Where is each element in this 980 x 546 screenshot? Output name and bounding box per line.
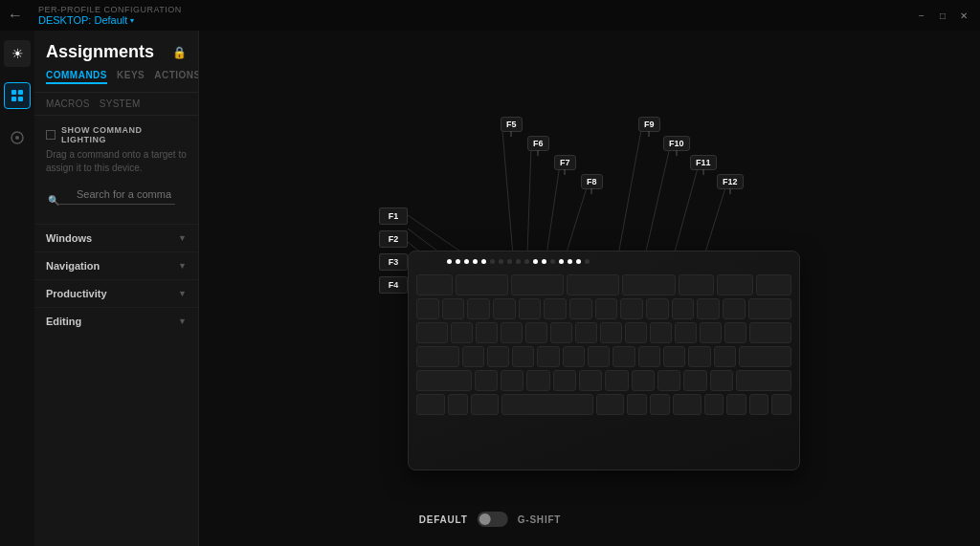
key-win	[448, 394, 468, 415]
actions-rail-icon[interactable]	[4, 124, 31, 151]
title-bar-info: PER-PROFILE CONFIGURATION DESKTOP: Defau…	[38, 5, 182, 26]
toggle-switch[interactable]	[478, 512, 508, 527]
svg-rect-1	[18, 90, 23, 95]
led-17	[585, 259, 590, 264]
led-1	[447, 259, 452, 264]
fn-label-f6: F6	[527, 136, 549, 151]
led-6	[490, 259, 495, 264]
tab-keys[interactable]: KEYS	[117, 70, 145, 84]
desktop-selector[interactable]: DESKTOP: Default ▾	[38, 14, 182, 26]
fn-box-f2[interactable]: F2	[379, 230, 408, 248]
key-alt-r	[596, 394, 625, 415]
key-arrow-d	[749, 394, 769, 415]
key-v	[553, 370, 576, 391]
key-s	[487, 346, 509, 367]
category-windows[interactable]: Windows ▼	[34, 224, 198, 251]
key-r	[525, 322, 547, 343]
brightness-rail-icon[interactable]: ☀	[4, 40, 31, 67]
fn-label-f9: F9	[638, 117, 660, 132]
fn-boxes-left: F1 F2 F3 F4	[379, 207, 408, 294]
bottom-toggle: DEFAULT G-SHIFT	[419, 512, 562, 527]
key-b	[579, 370, 602, 391]
key-z	[475, 370, 498, 391]
sidebar-header: Assignments 🔒	[34, 31, 198, 70]
key-q	[451, 322, 473, 343]
per-profile-label: PER-PROFILE CONFIGURATION	[38, 5, 182, 14]
key-n	[605, 370, 628, 391]
key-3	[493, 298, 516, 319]
key-space	[501, 394, 592, 415]
fn-label-f7: F7	[554, 155, 576, 170]
category-navigation[interactable]: Navigation ▼	[34, 251, 198, 279]
led-11	[533, 259, 538, 264]
fn-label-f8: F8	[581, 174, 603, 189]
key-9	[646, 298, 669, 319]
key-ctrl-l	[416, 394, 445, 415]
key-enter	[739, 346, 791, 367]
svg-line-11	[527, 147, 531, 255]
key-bracket-l	[700, 322, 722, 343]
key-i	[625, 322, 647, 343]
minimize-button[interactable]: −	[913, 7, 930, 24]
led-5	[481, 259, 486, 264]
key-row-5	[416, 370, 791, 391]
svg-rect-3	[18, 97, 23, 101]
key-e	[501, 322, 523, 343]
key-w	[476, 322, 498, 343]
sidebar-sub-tabs: MACROS SYSTEM	[34, 93, 198, 116]
svg-line-17	[704, 182, 727, 255]
category-windows-chevron: ▼	[178, 233, 187, 243]
svg-line-12	[546, 164, 560, 255]
key-tab	[416, 322, 448, 343]
fn-label-f12: F12	[717, 174, 744, 189]
key-a	[462, 346, 484, 367]
key-shift-l	[416, 370, 472, 391]
category-productivity[interactable]: Productivity ▼	[34, 279, 198, 307]
key-d	[512, 346, 534, 367]
key-semicolon	[688, 346, 710, 367]
key-0	[672, 298, 695, 319]
svg-line-10	[502, 130, 513, 255]
led-2	[456, 259, 460, 264]
tab-commands[interactable]: COMMANDS	[46, 70, 107, 84]
key-arrow-r	[771, 394, 791, 415]
desktop-label: DESKTOP: Default	[38, 14, 127, 26]
key-4	[519, 298, 542, 319]
fn-box-f4[interactable]: F4	[379, 276, 408, 294]
sidebar: Assignments 🔒 COMMANDS KEYS ACTIONS MACR…	[34, 31, 199, 546]
sub-tab-system[interactable]: SYSTEM	[100, 98, 141, 109]
fn-box-f3[interactable]: F3	[379, 253, 408, 271]
category-editing[interactable]: Editing ▼	[34, 307, 198, 335]
fn-box-f1[interactable]: F1	[379, 207, 408, 225]
key-del-area3	[756, 274, 792, 295]
lock-icon: 🔒	[172, 46, 187, 59]
svg-line-15	[645, 147, 670, 255]
key-g	[563, 346, 585, 367]
fn-label-f10: F10	[663, 136, 690, 151]
close-button[interactable]: ✕	[955, 7, 972, 24]
assignments-rail-icon[interactable]	[4, 82, 31, 109]
tab-actions[interactable]: ACTIONS	[154, 70, 199, 84]
key-y	[575, 322, 597, 343]
desktop-chevron: ▾	[130, 16, 134, 25]
key-1	[442, 298, 465, 319]
main-content: F1 F2 F3 F4 F5 F6 F7 F8 F9 F10 F11 F12	[199, 31, 980, 546]
restore-button[interactable]: □	[934, 7, 951, 24]
key-row-6	[416, 394, 791, 415]
sub-tab-macros[interactable]: MACROS	[46, 98, 90, 109]
key-bracket-r	[724, 322, 746, 343]
key-f-row2	[511, 274, 564, 295]
key-row-1	[416, 274, 791, 295]
gshift-label: G-SHIFT	[518, 514, 562, 525]
category-editing-chevron: ▼	[178, 317, 187, 326]
key-x	[501, 370, 523, 391]
back-button[interactable]: ←	[8, 7, 23, 24]
search-input[interactable]	[57, 185, 175, 205]
led-12	[542, 259, 546, 264]
key-del-area	[679, 274, 715, 295]
led-9	[516, 259, 521, 264]
show-lighting-checkbox[interactable]	[46, 130, 56, 140]
fn-label-f11: F11	[690, 155, 717, 170]
key-period	[683, 370, 706, 391]
svg-line-13	[566, 182, 589, 255]
